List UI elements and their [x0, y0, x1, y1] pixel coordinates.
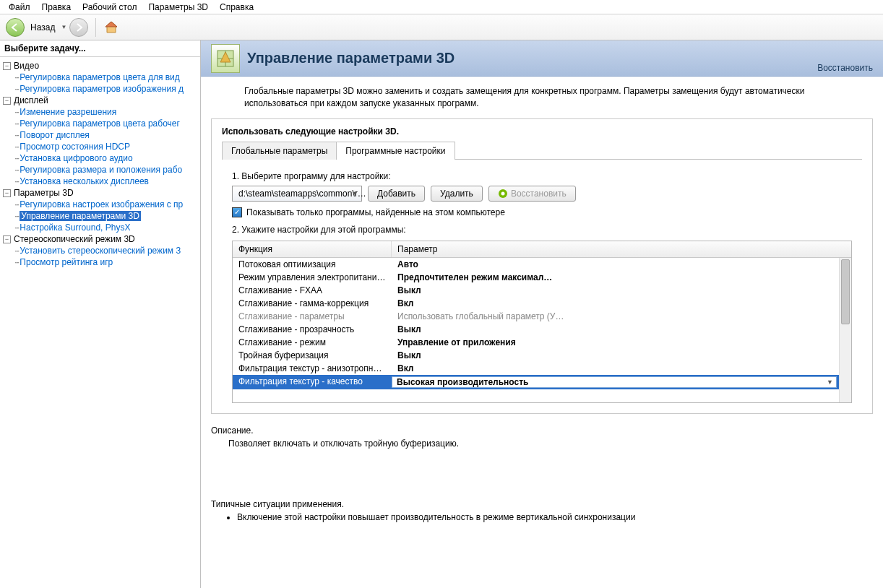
sidebar-item[interactable]: ····Регулировка параметров цвета рабочег [1, 118, 199, 129]
menu-file[interactable]: Файл [3, 1, 36, 14]
grid-scrollbar[interactable] [839, 258, 851, 402]
chevron-down-icon: ▼ [352, 190, 358, 197]
setting-row[interactable]: Фильтрация текстур - анизотропная оп…Вкл [233, 362, 851, 375]
sidebar-item[interactable]: ····Установка цифрового аудио [1, 152, 199, 164]
setting-row[interactable]: Сглаживание - режимУправление от приложе… [233, 336, 851, 349]
toolbar: Назад ▼ [0, 14, 883, 40]
setting-row[interactable]: Потоковая оптимизацияАвто [233, 258, 851, 271]
sidebar-item[interactable]: ····Поворот дисплея [1, 129, 199, 141]
setting-name: Фильтрация текстур - качество [233, 376, 392, 388]
setting-value: Предпочтителен режим максимал… [392, 272, 851, 282]
tabs: Глобальные параметры Программные настрой… [212, 141, 872, 159]
page-banner: Управление параметрами 3D Восстановить [201, 40, 883, 77]
nvidia-icon [498, 189, 508, 199]
setting-value: Вкл [392, 363, 851, 373]
usage-item: Включение этой настройки повышает произв… [237, 512, 873, 522]
sidebar-item[interactable]: ····Изменение разрешения [1, 106, 199, 118]
setting-name: Потоковая оптимизация [233, 259, 392, 269]
setting-row[interactable]: Сглаживание - параметрыИспользовать глоб… [233, 310, 851, 323]
setting-name: Фильтрация текстур - анизотропная оп… [233, 363, 392, 373]
setting-row[interactable]: Сглаживание - прозрачностьВыкл [233, 323, 851, 336]
restore-button: Восстановить [488, 186, 576, 202]
sidebar-item[interactable]: ····Управление параметрами 3D [1, 210, 199, 222]
sidebar-header: Выберите задачу... [0, 40, 200, 57]
step1-label: 1. Выберите программу для настройки: [232, 171, 852, 181]
sidebar-item[interactable]: ····Регулировка параметров изображения д [1, 83, 199, 95]
setting-value: Вкл [392, 298, 851, 308]
sidebar: Выберите задачу... −Видео····Регулировка… [0, 40, 201, 588]
setting-name: Режим управления электропитанием [233, 272, 392, 282]
show-found-label: Показывать только программы, найденные н… [246, 207, 505, 217]
setting-value: Управление от приложения [392, 337, 851, 347]
setting-name: Сглаживание - прозрачность [233, 324, 392, 334]
add-button[interactable]: Добавить [368, 186, 425, 202]
banner-icon [211, 44, 240, 73]
menu-edit[interactable]: Правка [36, 1, 77, 14]
page-title: Управление параметрами 3D [247, 50, 455, 66]
sidebar-item[interactable]: ····Установка нескольких дисплеев [1, 176, 199, 187]
tree-category[interactable]: Стереоскопический режим 3D [14, 234, 135, 244]
description-section: Описание. Позволяет включать и отключать… [211, 425, 873, 449]
back-button[interactable] [6, 18, 25, 37]
setting-name: Сглаживание - FXAA [233, 285, 392, 295]
sidebar-item[interactable]: ····Регулировка параметров цвета для вид [1, 72, 199, 83]
tree-toggle[interactable]: − [3, 235, 11, 243]
setting-row[interactable]: Фильтрация текстур - качествоВысокая про… [233, 375, 851, 389]
menubar: Файл Правка Рабочий стол Параметры 3D Сп… [0, 0, 883, 14]
menu-params3d[interactable]: Параметры 3D [142, 1, 214, 14]
sidebar-item[interactable]: ····Просмотр состояния HDCP [1, 141, 199, 152]
tab-program[interactable]: Программные настройки [336, 142, 455, 160]
setting-name: Тройная буферизация [233, 350, 392, 360]
sidebar-item[interactable]: ····Регулировка размера и положения рабо [1, 164, 199, 176]
usage-title: Типичные ситуации применения. [211, 499, 873, 509]
setting-value-select[interactable]: Высокая производительность▼ [392, 376, 837, 388]
tree-toggle[interactable]: − [3, 62, 11, 70]
sidebar-item[interactable]: ····Регулировка настроек изображения с п… [1, 199, 199, 210]
menu-desktop[interactable]: Рабочий стол [77, 1, 142, 14]
tree-toggle[interactable]: − [3, 97, 11, 105]
program-path: d:\steam\steamapps\common\r… [238, 189, 366, 199]
restore-defaults-link[interactable]: Восстановить [817, 63, 873, 73]
sidebar-item[interactable]: ····Настройка Surround, PhysX [1, 222, 199, 233]
task-tree: −Видео····Регулировка параметров цвета д… [0, 57, 200, 271]
setting-row[interactable]: Сглаживание - FXAAВыкл [233, 284, 851, 297]
tree-category[interactable]: Дисплей [14, 95, 48, 105]
sidebar-item[interactable]: ····Просмотр рейтинга игр [1, 256, 199, 268]
svg-point-4 [501, 191, 504, 195]
panel-header: Использовать следующие настройки 3D. [212, 119, 872, 141]
tab-global[interactable]: Глобальные параметры [222, 142, 337, 160]
main-content: Управление параметрами 3D Восстановить Г… [201, 40, 883, 588]
settings-grid: Функция Параметр Потоковая оптимизацияАв… [232, 241, 852, 403]
setting-value: Авто [392, 259, 851, 269]
tab-body: 1. Выберите программу для настройки: d:\… [222, 159, 862, 403]
setting-row[interactable]: Режим управления электропитаниемПредпочт… [233, 271, 851, 284]
settings-panel: Использовать следующие настройки 3D. Гло… [211, 118, 873, 414]
setting-name: Сглаживание - гамма-коррекция [233, 298, 392, 308]
sidebar-item[interactable]: ····Установить стереоскопический режим 3 [1, 245, 199, 256]
setting-value: Выкл [392, 350, 851, 360]
scrollbar-thumb[interactable] [841, 259, 850, 324]
tree-category[interactable]: Параметры 3D [14, 188, 74, 198]
setting-row[interactable]: Сглаживание - гамма-коррекцияВкл [233, 297, 851, 310]
col-function[interactable]: Функция [233, 241, 392, 257]
description-body: Позволяет включать и отключать тройную б… [211, 438, 873, 449]
setting-row[interactable]: Тройная буферизацияВыкл [233, 349, 851, 362]
setting-value: Использовать глобальный параметр (У… [392, 311, 851, 321]
setting-value: Выкл [392, 285, 851, 295]
menu-help[interactable]: Справка [214, 1, 259, 14]
forward-button[interactable] [69, 18, 88, 37]
usage-section: Типичные ситуации применения. Включение … [211, 499, 873, 522]
grid-header: Функция Параметр [233, 241, 851, 258]
col-parameter[interactable]: Параметр [392, 241, 851, 257]
tree-category[interactable]: Видео [14, 61, 39, 71]
home-button[interactable] [103, 20, 119, 35]
chevron-down-icon: ▼ [827, 379, 833, 386]
description-title: Описание. [211, 425, 873, 436]
back-dropdown[interactable]: ▼ [61, 24, 66, 30]
remove-button[interactable]: Удалить [431, 186, 483, 202]
program-select[interactable]: d:\steam\steamapps\common\r… ▼ [232, 186, 362, 202]
toolbar-separator [95, 18, 96, 37]
tree-toggle[interactable]: − [3, 189, 11, 197]
setting-name: Сглаживание - параметры [233, 311, 392, 321]
show-found-checkbox[interactable]: ✓ [232, 207, 242, 217]
